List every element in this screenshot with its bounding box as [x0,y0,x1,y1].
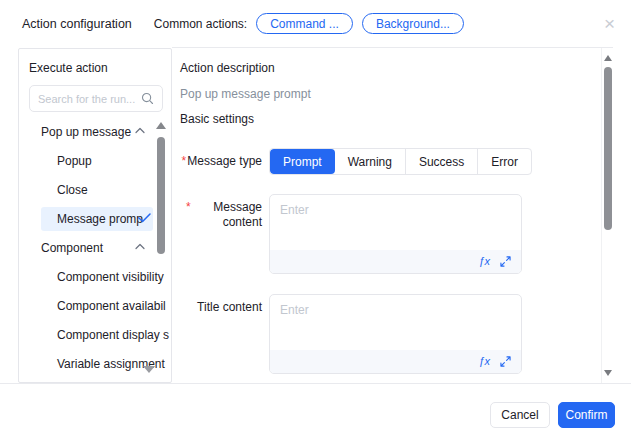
tree-item-popup[interactable]: Popup [19,146,171,175]
check-icon [138,213,151,223]
message-type-option-error[interactable]: Error [477,149,531,174]
tree-item-component-availability[interactable]: Component availabil [19,291,171,320]
tree-item-variable-assignment[interactable]: Variable assignment [19,349,171,378]
cancel-button[interactable]: Cancel [490,402,550,428]
expand-icon[interactable] [500,356,511,367]
tree-item-close[interactable]: Close [19,175,171,204]
common-action-command-button[interactable]: Command ... [256,13,353,34]
sidebar-title: Execute action [29,61,108,75]
message-content-field: ƒx [269,194,522,274]
title-content-label: Title content [176,300,262,315]
common-actions-label: Common actions: [154,17,247,31]
scroll-up-arrow-icon[interactable] [604,55,612,61]
tree-item-component-display[interactable]: Component display s [19,320,171,349]
action-configuration-dialog: Action configuration Common actions: Com… [0,0,631,446]
action-description-text: Pop up message prompt [180,87,311,101]
sidebar-scrollbar-thumb[interactable] [157,137,165,254]
message-type-option-prompt[interactable]: Prompt [270,149,335,174]
main-scrollbar [601,48,614,383]
chevron-up-icon[interactable] [135,243,145,250]
search-box [29,85,163,112]
expand-icon[interactable] [500,256,511,267]
message-type-option-warning[interactable]: Warning [335,149,405,174]
basic-settings-title: Basic settings [180,112,254,126]
common-action-background-button[interactable]: Background... [362,13,464,34]
execute-action-sidebar: Execute action Pop up message Popup Clos… [18,48,172,383]
search-input[interactable] [38,93,141,105]
message-type-label: *Message type [176,148,262,174]
main-top-divider [172,47,613,48]
action-tree: Pop up message Popup Close Message promp… [19,117,171,378]
message-content-toolbar: ƒx [270,250,521,273]
action-description-title: Action description [180,61,275,75]
message-type-option-success[interactable]: Success [405,149,477,174]
tree-group-component[interactable]: Component [19,233,171,262]
scroll-down-arrow-icon[interactable] [604,370,612,376]
chevron-up-icon[interactable] [135,127,145,134]
dialog-title: Action configuration [22,17,132,31]
message-type-segmented-control: Prompt Warning Success Error [269,148,532,175]
title-content-toolbar: ƒx [270,350,521,373]
sidebar-scroll-up-arrow[interactable] [156,122,166,129]
dialog-header: Action configuration Common actions: Com… [0,0,631,47]
message-content-label: Message content [176,200,262,230]
close-icon[interactable]: × [604,14,615,33]
main-scrollbar-thumb[interactable] [604,67,612,230]
fx-expression-icon[interactable]: ƒx [478,356,490,367]
tree-item-message-prompt[interactable]: Message promp [19,204,171,233]
search-icon [141,92,154,105]
footer-divider [0,383,631,384]
confirm-button[interactable]: Confirm [558,402,615,428]
tree-item-component-visibility[interactable]: Component visibility [19,262,171,291]
title-content-field: ƒx [269,294,522,374]
title-content-textarea[interactable] [270,295,521,350]
message-content-textarea[interactable] [270,195,521,250]
tree-group-pop-up-message[interactable]: Pop up message [19,117,171,146]
fx-expression-icon[interactable]: ƒx [478,256,490,267]
sidebar-scroll-down-caret-icon[interactable] [143,366,155,373]
required-marker: * [182,154,187,168]
